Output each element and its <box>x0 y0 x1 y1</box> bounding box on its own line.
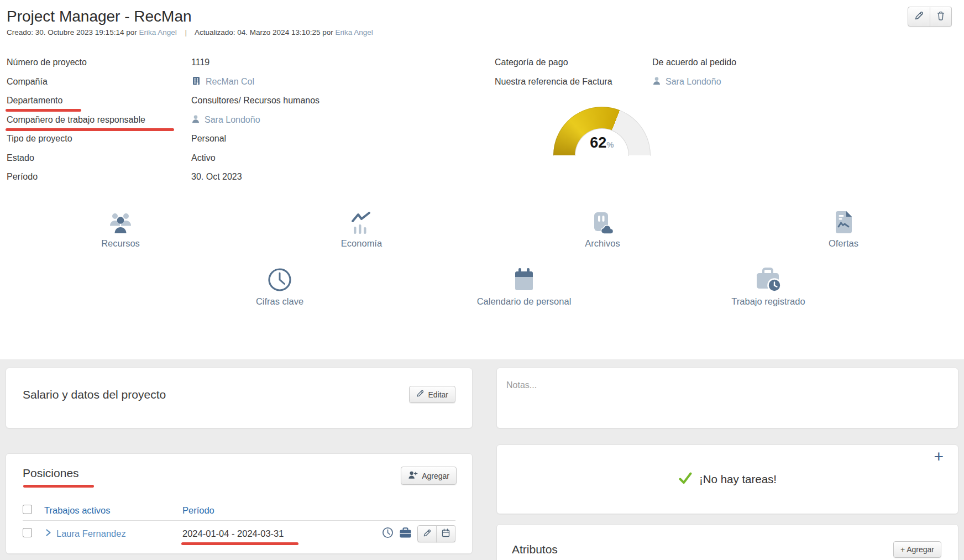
briefcase-clock-icon <box>755 266 782 292</box>
person-icon <box>652 76 661 87</box>
salary-panel: Salario y datos del proyecto Editar <box>6 368 473 428</box>
shortcut-calendario[interactable]: Calendario de personal <box>402 266 646 307</box>
pencil-icon <box>423 529 431 539</box>
department-value: Consultores/ Recursos humanos <box>191 96 319 106</box>
briefcase-status-icon <box>399 527 412 541</box>
notes-input[interactable] <box>497 368 958 428</box>
responsible-coworker-link[interactable]: Sara Londoño <box>205 115 260 125</box>
edit-project-button[interactable] <box>908 7 930 27</box>
status-value: Activo <box>191 153 216 163</box>
project-actions <box>908 7 952 27</box>
shortcut-recursos[interactable]: Recursos <box>0 208 241 249</box>
shortcut-cifras-clave[interactable]: Cifras clave <box>158 266 402 307</box>
shortcut-trabajo-registrado[interactable]: Trabajo registrado <box>646 266 890 307</box>
archive-cloud-icon <box>590 208 615 234</box>
detail-row: Categoría de pago De acuerdo al pedido <box>495 53 837 72</box>
row-checkbox[interactable] <box>23 528 32 537</box>
shortcut-label: Archivos <box>585 238 620 249</box>
delete-project-button[interactable] <box>930 7 952 27</box>
salary-panel-title: Salario y datos del proyecto <box>23 388 166 401</box>
positions-panel-title: Posiciones <box>23 467 79 479</box>
period-value: 30. Oct 2023 <box>191 172 242 182</box>
building-icon <box>191 76 201 88</box>
detail-label-text: Departamento <box>7 96 62 105</box>
detail-label: Compañía <box>7 77 191 87</box>
detail-row: Compañía RecMan Col <box>7 72 488 92</box>
shortcut-archivos[interactable]: Archivos <box>482 208 723 249</box>
detail-label: Número de proyecto <box>7 57 191 67</box>
project-type-value: Personal <box>191 134 226 144</box>
project-details: Número de proyecto 1119 Compañía RecMan … <box>0 53 964 192</box>
red-underline-annotation <box>181 542 298 545</box>
page-header: Project Manager - RecMan Creado: 30. Oct… <box>0 8 964 36</box>
detail-label: Estado <box>7 153 191 163</box>
clock-icon <box>267 266 292 292</box>
calendar-icon <box>512 266 536 292</box>
shortcut-label: Ofertas <box>829 238 858 249</box>
gauge-unit: % <box>606 140 614 149</box>
payment-category-value: De acuerdo al pedido <box>652 57 736 67</box>
trash-icon <box>936 11 945 22</box>
detail-row: Nuestra referencia de Factura Sara Londo… <box>495 72 837 92</box>
gauge-number: 62 <box>590 134 606 151</box>
position-calendar-button[interactable] <box>436 525 455 542</box>
salary-edit-label: Editar <box>428 390 448 399</box>
company-link[interactable]: RecMan Col <box>206 77 254 87</box>
detail-row: Número de proyecto 1119 <box>7 53 488 72</box>
detail-label: Categoría de pago <box>495 57 652 67</box>
meta-divider: | <box>185 28 187 36</box>
pencil-icon <box>416 390 424 399</box>
gauge-value: 62% <box>553 134 651 151</box>
economy-chart-icon <box>349 208 374 234</box>
add-task-button[interactable]: + <box>934 448 944 465</box>
red-underline-annotation <box>6 109 81 112</box>
position-edit-button[interactable] <box>417 525 437 542</box>
tasks-panel: + ¡No hay tareas! <box>496 444 958 514</box>
calendar-outline-icon <box>442 528 450 539</box>
select-all-checkbox[interactable] <box>23 505 32 514</box>
shortcut-label: Recursos <box>101 238 140 249</box>
position-name-link[interactable]: Laura Fernandez <box>56 528 126 539</box>
positions-table: Trabajos activos Período Laura Fernandez… <box>23 500 455 547</box>
invoice-reference-link[interactable]: Sara Londoño <box>666 77 721 87</box>
attribute-add-button[interactable]: + Agregar <box>893 541 941 558</box>
lower-panels-area: Salario y datos del proyecto Editar Posi… <box>0 359 964 560</box>
detail-row: Período 30. Oct 2023 <box>7 168 488 187</box>
detail-row: Tipo de proyecto Personal <box>7 129 488 149</box>
details-right-column: Categoría de pago De acuerdo al pedido N… <box>495 53 837 91</box>
position-add-button[interactable]: Agregar <box>401 467 457 485</box>
detail-label: Período <box>7 172 191 182</box>
person-icon <box>191 114 200 125</box>
positions-table-header: Trabajos activos Período <box>23 500 455 521</box>
detail-row: Estado Activo <box>7 149 488 168</box>
clock-status-icon <box>382 527 394 541</box>
page-title: Project Manager - RecMan <box>7 8 964 25</box>
person-plus-icon <box>408 470 418 481</box>
details-left-column: Número de proyecto 1119 Compañía RecMan … <box>7 53 488 187</box>
check-icon <box>678 472 693 488</box>
detail-label-departamento: Departamento <box>7 96 191 106</box>
attribute-add-label: + Agregar <box>900 545 934 554</box>
shortcut-economia[interactable]: Economía <box>241 208 482 249</box>
column-active-jobs[interactable]: Trabajos activos <box>44 505 111 516</box>
detail-row: Departamento Consultores/ Recursos human… <box>7 91 488 111</box>
red-underline-annotation <box>23 485 94 488</box>
salary-edit-button[interactable]: Editar <box>409 386 455 403</box>
column-period[interactable]: Período <box>182 505 214 515</box>
attributes-panel-title: Atributos <box>512 543 558 556</box>
detail-label: Nuestra referencia de Factura <box>495 77 652 87</box>
created-by-link[interactable]: Erika Angel <box>139 28 176 36</box>
shortcuts-row-2: Cifras clave Calendario de personal Trab… <box>158 266 890 307</box>
updated-text: Actualizado: 04. Marzo 2024 13:10:25 por <box>195 28 333 36</box>
chevron-right-icon[interactable] <box>44 528 52 539</box>
progress-gauge: 62% <box>553 107 651 156</box>
position-add-label: Agregar <box>422 472 449 480</box>
detail-label: Tipo de proyecto <box>7 134 191 144</box>
shortcut-ofertas[interactable]: Ofertas <box>723 208 964 249</box>
updated-by-link[interactable]: Erika Angel <box>335 28 373 36</box>
project-number-value: 1119 <box>191 57 209 67</box>
notes-panel <box>496 368 958 428</box>
position-row: Laura Fernandez 2024-01-04 - 2024-03-31 <box>23 521 455 547</box>
created-text: Creado: 30. Octubre 2023 19:15:14 por <box>7 28 137 36</box>
red-underline-annotation <box>6 128 174 131</box>
